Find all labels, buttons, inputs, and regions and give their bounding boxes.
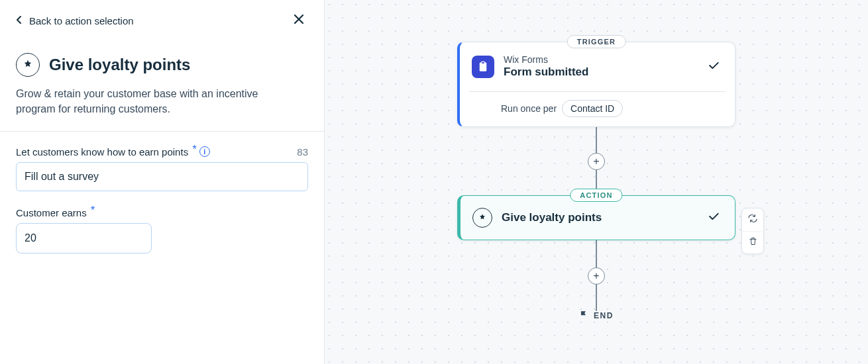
field-customer-earns: Customer earns * [16, 206, 308, 253]
trigger-badge: TRIGGER [567, 35, 626, 48]
end-label: END [594, 311, 614, 320]
panel-title: Give loyalty points [49, 56, 190, 74]
action-config-panel: Back to action selection Give loyalty po… [0, 0, 325, 364]
action-card[interactable]: Give loyalty points [457, 195, 735, 240]
back-link-label: Back to action selection [29, 15, 134, 26]
run-once-label: Run once per [501, 103, 557, 114]
loyalty-icon [472, 208, 492, 228]
char-count: 83 [297, 146, 308, 158]
add-step-button[interactable]: + [588, 267, 605, 285]
trigger-card[interactable]: Wix Forms Form submitted Run once per Co… [457, 42, 735, 127]
action-title: Give loyalty points [502, 210, 698, 225]
panel-body: Let customers know how to earn points * … [0, 132, 324, 281]
field-label: Customer earns [16, 207, 87, 218]
close-icon [293, 13, 305, 28]
card-row: Wix Forms Form submitted [460, 42, 735, 91]
plus-icon: + [593, 156, 599, 167]
back-link[interactable]: Back to action selection [16, 15, 134, 26]
field-label-row: Let customers know how to earn points * … [16, 145, 308, 158]
plus-icon: + [593, 270, 599, 282]
flow-column: TRIGGER Wix Forms Form submitted [457, 0, 735, 321]
check-icon [707, 210, 720, 226]
required-star: * [190, 143, 197, 156]
field-earn-message: Let customers know how to earn points * … [16, 145, 308, 191]
repeat-button[interactable] [742, 208, 763, 231]
trigger-condition-row: Run once per Contact ID [469, 91, 726, 126]
connector: + [596, 240, 597, 311]
flow-end: END [457, 310, 735, 321]
panel-description: Grow & retain your customer base with an… [16, 86, 294, 116]
connector: + [596, 127, 597, 195]
app-root: Back to action selection Give loyalty po… [0, 0, 868, 364]
trash-icon [748, 236, 758, 249]
repeat-icon [747, 213, 758, 226]
wix-forms-icon [472, 56, 494, 78]
add-step-button[interactable]: + [588, 153, 605, 170]
svg-rect-2 [482, 62, 485, 64]
panel-title-row: Give loyalty points [16, 53, 308, 77]
info-icon[interactable]: i [199, 146, 210, 157]
chevron-left-icon [16, 15, 23, 26]
earn-message-input[interactable] [16, 162, 308, 191]
action-card-tools [741, 208, 764, 254]
close-button[interactable] [290, 11, 308, 30]
loyalty-icon [16, 53, 40, 77]
panel-header: Back to action selection Give loyalty po… [0, 0, 324, 132]
run-once-chip[interactable]: Contact ID [562, 100, 623, 117]
field-label-row: Customer earns * [16, 206, 308, 219]
points-stepper [16, 223, 152, 253]
action-badge: ACTION [570, 189, 622, 202]
card-texts: Wix Forms Form submitted [504, 54, 698, 79]
panel-top-bar: Back to action selection [16, 12, 308, 29]
card-row: Give loyalty points [461, 196, 735, 240]
check-icon [707, 59, 720, 75]
required-star: * [88, 204, 95, 217]
trigger-app-name: Wix Forms [504, 54, 698, 65]
field-label-left: Customer earns * [16, 206, 95, 219]
automation-canvas[interactable]: TRIGGER Wix Forms Form submitted [325, 0, 868, 364]
field-label: Let customers know how to earn points [16, 146, 188, 158]
trigger-event-name: Form submitted [504, 65, 698, 79]
card-texts: Give loyalty points [502, 210, 698, 225]
field-label-left: Let customers know how to earn points * … [16, 145, 210, 158]
delete-button[interactable] [742, 231, 763, 253]
flag-icon [579, 310, 588, 321]
points-input[interactable] [17, 224, 152, 253]
